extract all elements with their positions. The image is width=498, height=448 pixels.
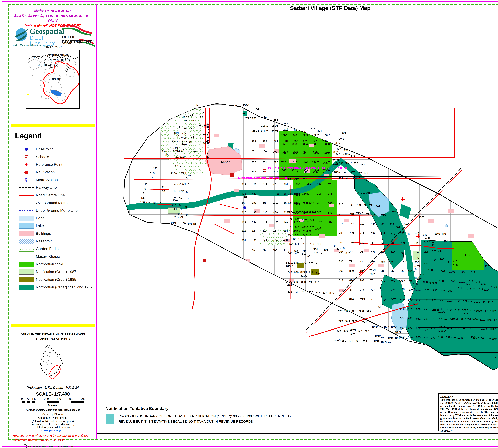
plot-number: 972: [408, 317, 413, 320]
plot-number: 787: [381, 260, 385, 263]
plot-number: 728: [381, 223, 385, 225]
plot-number: 745: [423, 233, 427, 236]
plot-number: 94/2: [179, 208, 184, 210]
plot-number: 1104: [492, 337, 497, 340]
plot-number: 800: [316, 242, 321, 245]
basepoint-marker: [243, 206, 246, 209]
website-link[interactable]: www.gsdl.org.in: [11, 429, 95, 432]
n1987-icon: [19, 269, 34, 274]
plot-number: 9: [194, 150, 196, 153]
plot-number: 1042: [460, 327, 466, 330]
plot-number: 357: [303, 151, 308, 154]
plot-number: 283: [283, 122, 288, 125]
plot-number: 7: [202, 150, 204, 153]
plot-number: 804: [302, 262, 306, 265]
plot-number: 998: [423, 281, 428, 284]
plot-number: 1112: [490, 310, 496, 313]
plot-number: 1035/2: [438, 329, 446, 332]
plot-number: 354: [303, 143, 308, 145]
plot-number: 1014: [469, 271, 475, 274]
legend-item-label: Road Centre Line: [36, 193, 65, 197]
scale-tick: 70: [27, 397, 30, 400]
plot-number: 445: [252, 230, 256, 233]
plot-number: 1077/1: [412, 264, 420, 267]
map-canvas[interactable]: FATEHPUR BERI ROAD Aabadi COL SATSANGIS …: [97, 15, 498, 433]
plot-number: 1103: [442, 240, 448, 243]
map-panel-divider-left: [96, 4, 97, 439]
legend-item-ugm: Under Ground Metro Line: [17, 207, 93, 214]
plot-number: 1043: [464, 336, 470, 339]
reproduction-warning: Reproduction in whole or part by any mea…: [13, 433, 93, 442]
plot-number: 443: [242, 220, 246, 223]
plot-number: 26: [177, 140, 180, 143]
plot-number: 1109: [486, 318, 492, 321]
plot-number: 734: [381, 241, 385, 244]
plot-number: 454: [273, 248, 277, 252]
plot-number: 333: [364, 171, 368, 175]
plot-number: 41: [180, 165, 183, 168]
plot-number: 757: [420, 272, 425, 276]
plot-number: 282: [283, 128, 288, 131]
plot-number: 1102: [442, 232, 447, 235]
plot-number: 448: [273, 239, 278, 242]
plot-number: 1129: [491, 286, 497, 288]
plot-number: 817: [316, 271, 320, 274]
plot-number: 758: [414, 268, 418, 271]
plot-number: 401: [283, 183, 288, 186]
plot-number: 4: [204, 124, 206, 127]
plot-number: 1057: [381, 336, 387, 339]
plot-number: 786: [370, 260, 375, 263]
plot-number: 265: [273, 150, 277, 153]
plot-number: 716: [339, 203, 343, 206]
plot-number: 342: [335, 162, 340, 165]
plot-number: 259/2: [271, 130, 278, 133]
plot-number: 136: [140, 201, 145, 204]
plot-number: 682: [345, 252, 350, 255]
plot-number: 1133: [471, 336, 477, 339]
plot-number: 775: [360, 298, 365, 301]
copyright-line: C DELHI GOVERNMENT COPYRIGHT, 2013: [23, 444, 74, 448]
plot-number: 5: [206, 134, 208, 137]
plot-number: 439: [273, 211, 278, 214]
plot-number: 368: [292, 143, 297, 145]
garden-icon: [19, 246, 34, 252]
plot-number: 669: [288, 233, 292, 236]
legend-item-label: Notification 1994: [36, 262, 63, 266]
plot-number: 371/1: [281, 134, 287, 137]
plot-number: 721: [369, 204, 374, 207]
disclaimer-body: This map has been prepared on the basis …: [440, 398, 498, 426]
n1985-icon: [19, 277, 34, 282]
plot-number: 1118: [488, 327, 494, 330]
plot-number: 819/1: [300, 271, 307, 273]
scale-segment: [27, 401, 30, 403]
plot-number: 1033: [452, 317, 458, 320]
metro-icon: M: [25, 178, 28, 182]
confidential-label: CONFIDENTIAL: [45, 9, 72, 13]
plot-number: 808: [339, 269, 343, 272]
administrative-index-title: ADMINISTRATIVE INDEX: [11, 337, 95, 341]
copyright-icon: C: [23, 444, 27, 448]
combined-plot-label: 740 & 756: [358, 191, 370, 194]
plot-number: 814: [349, 298, 354, 301]
plot-number: 1038: [451, 336, 457, 339]
road-icon: [19, 195, 34, 195]
legend-item-refpoint: +Reference Point: [17, 161, 93, 168]
plot-number: 15: [190, 113, 193, 116]
plot-number: 297/1: [322, 171, 329, 175]
legend-item-basepoint: BasePoint: [17, 145, 93, 153]
plot-number: 683: [342, 247, 346, 250]
plot-number: 97: [186, 213, 189, 216]
plot-number: 967: [409, 289, 414, 292]
plot-number: 11: [203, 132, 206, 135]
plot-number: 269: [251, 170, 256, 173]
plot-number: 793: [339, 260, 343, 263]
plot-number: 56: [186, 191, 189, 193]
plot-number: 1009: [459, 270, 465, 273]
plot-number: 976: [424, 336, 429, 339]
plot-number: 25: [172, 140, 175, 143]
plot-number: 340: [335, 153, 340, 156]
legend-item-label: Lake: [36, 224, 44, 228]
plot-number: 780: [381, 270, 385, 272]
plot-number: 644/1: [286, 280, 292, 283]
legend-item-label: Over Ground Metro Line: [36, 201, 76, 205]
